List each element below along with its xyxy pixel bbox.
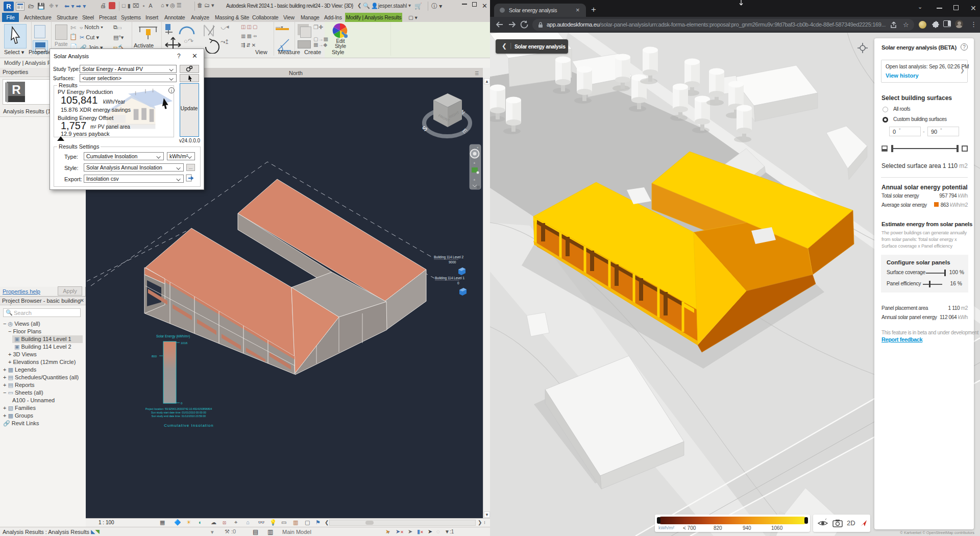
svg-text:Solar Energy (kWh/m²): Solar Energy (kWh/m²) — [156, 334, 190, 338]
svg-text:+: + — [473, 178, 476, 182]
svg-text:0: 0 — [457, 281, 459, 285]
svg-text:+: + — [473, 161, 476, 165]
svg-text:© Kartverket © OpenStreetMap: © Kartverket © OpenStreetMap contributor… — [900, 530, 974, 535]
svg-text:Sun study end date time: 31/12: Sun study end date time: 31/12/2010 23:5… — [152, 415, 206, 418]
svg-text:North: North — [289, 70, 303, 76]
svg-text:Building 114 Level 2: Building 114 Level 2 — [434, 255, 463, 259]
svg-text:Project location: 59.92543.263: Project location: 59.92543.26303742.10.4… — [145, 407, 212, 410]
svg-text:Building 114 Level 1: Building 114 Level 1 — [435, 276, 464, 280]
svg-text:☰: ☰ — [475, 71, 479, 76]
svg-text:Sun study start date time: 01/: Sun study start date time: 01/01/2010 00… — [151, 411, 206, 414]
svg-text:1016: 1016 — [181, 342, 188, 345]
svg-text:800: 800 — [152, 355, 157, 358]
svg-text:9000: 9000 — [449, 260, 456, 264]
svg-text:×: × — [477, 146, 479, 149]
svg-text:Cumulative Insolation: Cumulative Insolation — [164, 423, 213, 428]
